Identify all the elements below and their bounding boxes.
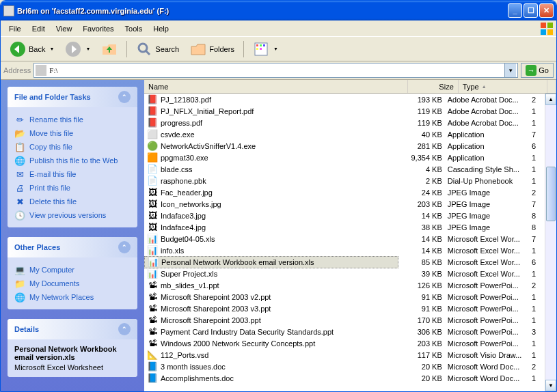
file-row[interactable]: 🖼Indaface4.jpg38 KBJPEG Image8 [144, 221, 545, 233]
file-row[interactable]: 🖼Fac_header.jpg24 KBJPEG Image2 [144, 186, 545, 198]
file-row[interactable]: ⬜csvde.exe40 KBApplication7 [144, 128, 545, 140]
dropdown-icon[interactable]: ▼ [85, 46, 90, 51]
file-size: 2 KB [398, 177, 447, 185]
column-date[interactable] [547, 80, 556, 93]
task-label: Copy this file [29, 143, 72, 151]
address-input-wrapper[interactable]: ▼ [33, 63, 518, 78]
details-filename: Personal Network Workbook email version.… [14, 345, 131, 361]
panel-header[interactable]: Details ⌃ [8, 319, 137, 339]
file-row[interactable]: 📊Personal Network Workbook email version… [144, 256, 545, 268]
file-icon: 📄 [147, 176, 158, 186]
file-size: 85 KB [398, 258, 447, 266]
file-row[interactable]: 📽mb_slides_v1.ppt126 KBMicrosoft PowerPo… [144, 279, 545, 291]
file-size: 193 KB [398, 96, 447, 104]
task-link[interactable]: 🌐Publish this file to the Web [14, 154, 131, 167]
file-pane: Name Size Type▲ 📕PJ_121803.pdf193 KBAdob… [144, 80, 556, 391]
file-icon: 📽 [147, 315, 158, 326]
file-row[interactable]: 📕PJ_121803.pdf193 KBAdobe Acrobat Doc...… [144, 94, 545, 105]
file-row[interactable]: 📐112_Ports.vsd117 KBMicrosoft Visio Draw… [144, 349, 545, 361]
dropdown-icon[interactable]: ▼ [49, 46, 54, 51]
task-link[interactable]: 🖨Print this file [14, 181, 131, 195]
file-row[interactable]: 📊Super Project.xls39 KBMicrosoft Excel W… [144, 268, 545, 279]
task-link[interactable]: 🕓View previous versions [14, 208, 131, 222]
file-row[interactable]: 📘3 month issues.doc20 KBMicrosoft Word D… [144, 361, 545, 372]
file-icon: 📊 [147, 234, 158, 244]
scroll-track[interactable] [545, 105, 556, 380]
file-row[interactable]: 🖼Indaface3.jpg14 KBJPEG Image8 [144, 210, 545, 221]
file-row[interactable]: 📽Microsoft Sharepoint 2003 v3.ppt91 KBMi… [144, 303, 545, 314]
menu-favorites[interactable]: Favorites [77, 23, 119, 34]
file-name: Windows 2000 Network Security Concepts.p… [161, 339, 315, 348]
scroll-thumb[interactable] [546, 167, 556, 221]
file-row[interactable]: 📽Microsoft Sharepoint 2003.ppt170 KBMicr… [144, 314, 545, 326]
menu-tools[interactable]: Tools [120, 23, 148, 34]
close-button[interactable]: ✕ [539, 3, 554, 18]
menu-view[interactable]: View [51, 23, 78, 34]
file-icon: 📽 [147, 326, 158, 337]
maximize-button[interactable]: ☐ [524, 3, 538, 18]
file-type: Adobe Acrobat Doc... [448, 96, 532, 104]
panel-title: Details [14, 325, 39, 333]
up-button[interactable] [96, 38, 122, 61]
file-row[interactable]: 📊info.xls14 KBMicrosoft Excel Wor...1 [144, 244, 545, 256]
panel-header[interactable]: Other Places ⌃ [8, 237, 137, 257]
go-button[interactable]: → Go [521, 63, 554, 78]
column-name[interactable]: Name [144, 80, 408, 93]
file-row[interactable]: 🟢NetworkActivSnifferV1.4.exe281 KBApplic… [144, 140, 545, 152]
file-row[interactable]: 📊Budget04-05.xls14 KBMicrosoft Excel Wor… [144, 233, 545, 244]
scrollbar[interactable]: ▲ ▼ [545, 94, 556, 391]
task-link[interactable]: ✖Delete this file [14, 195, 131, 208]
back-label: Back [29, 45, 45, 53]
task-link[interactable]: 📂Move this file [14, 126, 131, 140]
minimize-button[interactable]: _ [508, 3, 522, 18]
scroll-down-button[interactable]: ▼ [545, 380, 556, 391]
views-button[interactable]: ▼ [248, 38, 283, 61]
task-label: My Documents [29, 279, 79, 288]
address-dropdown-button[interactable]: ▼ [504, 64, 516, 77]
task-link[interactable]: ✏Rename this file [14, 113, 131, 126]
menu-help[interactable]: Help [148, 23, 174, 34]
file-row[interactable]: 🖼Icon_networks.jpg203 KBJPEG Image7 [144, 198, 545, 210]
file-row[interactable]: 📄blade.css4 KBCascading Style Sh...1 [144, 163, 545, 175]
task-link[interactable]: 💻My Computer [14, 263, 131, 277]
address-input[interactable] [49, 66, 504, 74]
file-row[interactable]: 📄rasphone.pbk2 KBDial-Up Phonebook1 [144, 175, 545, 186]
file-list[interactable]: 📕PJ_121803.pdf193 KBAdobe Acrobat Doc...… [144, 94, 545, 391]
file-date: 1 [532, 351, 545, 359]
task-link[interactable]: 🌐My Network Places [14, 290, 131, 304]
side-panel: File and Folder Tasks ⌃ ✏Rename this fil… [1, 80, 144, 391]
file-row[interactable]: 📕progress.pdf119 KBAdobe Acrobat Doc...1 [144, 117, 545, 128]
address-label: Address [3, 66, 31, 74]
file-row[interactable]: 📽Windows 2000 Network Security Concepts.… [144, 337, 545, 349]
file-row[interactable]: 📕PJ_NFLX_Initial_Report.pdf119 KBAdobe A… [144, 105, 545, 117]
file-type: Microsoft Visio Draw... [448, 351, 532, 359]
file-row[interactable]: 🟧ppgmat30.exe9,354 KBApplication1 [144, 152, 545, 163]
file-type: Adobe Acrobat Doc... [448, 119, 532, 127]
menu-file[interactable]: File [3, 23, 27, 34]
file-row[interactable]: 📘Accomplishments.doc20 KBMicrosoft Word … [144, 372, 545, 384]
toolbar: Back ▼ ▼ Search Folders ▼ [1, 37, 556, 61]
file-icon: 📽 [147, 338, 158, 349]
back-button[interactable]: Back ▼ [5, 38, 59, 61]
file-icon: 📕 [147, 106, 158, 117]
file-row[interactable]: 📽Payment Card Industry Data Security Sta… [144, 326, 545, 337]
task-link[interactable]: 📁My Documents [14, 277, 131, 290]
collapse-icon[interactable]: ⌃ [118, 323, 131, 335]
task-link[interactable]: ✉E-mail this file [14, 167, 131, 181]
task-link[interactable]: 📋Copy this file [14, 140, 131, 154]
titlebar[interactable]: Brl6m on 'facstaff2.comm.virginia.edu' (… [1, 1, 556, 20]
file-type: JPEG Image [448, 212, 532, 220]
collapse-icon[interactable]: ⌃ [118, 241, 131, 253]
dropdown-icon[interactable]: ▼ [273, 46, 278, 51]
column-type[interactable]: Type▲ [459, 80, 547, 93]
file-date: 6 [532, 142, 545, 150]
column-size[interactable]: Size [408, 80, 459, 93]
forward-button[interactable]: ▼ [60, 38, 95, 61]
collapse-icon[interactable]: ⌃ [118, 91, 131, 103]
panel-header[interactable]: File and Folder Tasks ⌃ [8, 87, 137, 107]
file-row[interactable]: 📽Microsoft Sharepoint 2003 v2.ppt91 KBMi… [144, 291, 545, 303]
menu-edit[interactable]: Edit [27, 23, 51, 34]
search-button[interactable]: Search [131, 38, 184, 61]
scroll-up-button[interactable]: ▲ [545, 94, 556, 105]
folders-button[interactable]: Folders [185, 38, 239, 61]
